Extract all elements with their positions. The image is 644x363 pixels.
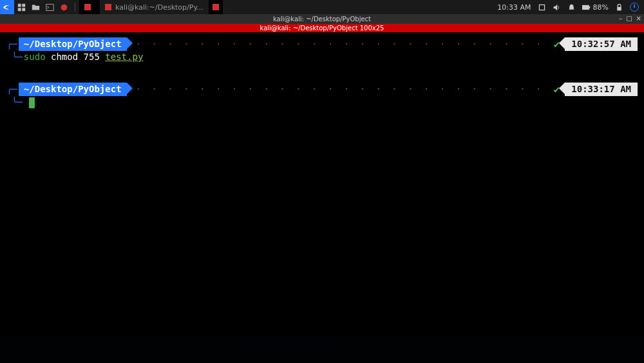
editor-icon (60, 3, 68, 12)
svg-rect-1 (22, 3, 25, 6)
svg-rect-2 (17, 8, 21, 11)
volume-icon[interactable] (553, 3, 561, 12)
prompt-time: 10:33:17 AM (565, 83, 638, 96)
terminal-title: kali@kali: ~/Desktop/PyObject (273, 15, 371, 23)
prompt-edge: ╰─ (12, 97, 24, 107)
taskbar-item-blank[interactable] (209, 0, 223, 14)
cursor (29, 97, 35, 108)
terminal-body[interactable]: ╭─~/Desktop/PyObject· · · · · · · · · · … (0, 32, 644, 335)
svg-rect-7 (582, 5, 589, 9)
prompt-path-box: ~/Desktop/PyObject (19, 37, 127, 51)
command-line[interactable]: ╰─ (6, 96, 638, 108)
notifications-icon[interactable] (567, 3, 576, 12)
terminal-icon (84, 4, 91, 10)
lock-icon[interactable] (615, 3, 623, 12)
taskbar-item-terminal-active[interactable] (79, 0, 100, 14)
svg-rect-8 (589, 6, 589, 8)
desktop-icon (17, 3, 26, 12)
text-editor-button[interactable] (57, 0, 71, 14)
terminal-launcher-button[interactable] (43, 0, 57, 14)
command-line[interactable]: ╰─sudo chmod 755 test.py (6, 51, 638, 63)
prompt-path-box: ~/Desktop/PyObject (19, 83, 127, 96)
file-manager-button[interactable] (28, 0, 43, 14)
svg-rect-4 (46, 4, 53, 10)
prompt-time: 10:32:57 AM (565, 37, 638, 51)
prompt-edge: ╰─ (12, 52, 24, 62)
prompt-row: ╭─~/Desktop/PyObject· · · · · · · · · · … (6, 83, 638, 96)
terminal-icon (105, 4, 111, 10)
minimize-button[interactable]: – (619, 15, 622, 22)
folder-icon (32, 3, 40, 12)
svg-point-5 (61, 4, 67, 10)
close-button[interactable]: × (636, 15, 641, 22)
svg-rect-3 (22, 8, 25, 11)
prompt-edge: ╭─ (6, 83, 19, 95)
system-tray: 10:33 AM 88% (497, 3, 644, 12)
svg-rect-0 (17, 3, 21, 6)
prompt-row: ╭─~/Desktop/PyObject· · · · · · · · · · … (6, 37, 638, 51)
app-menu-button[interactable] (0, 0, 14, 14)
terminal-subtitle-bar: kali@kali: ~/Desktop/PyObject 100x25 (0, 24, 644, 32)
prompt-fill: · · · · · · · · · · · · · · · · · · · · … (127, 38, 549, 50)
top-panel: kali@kali:~/Desktop/Py... 10:33 AM 88% (0, 0, 644, 14)
terminal-icon (213, 4, 219, 10)
svg-rect-6 (539, 5, 544, 10)
power-button[interactable] (630, 3, 639, 12)
taskbar-item-terminal[interactable]: kali@kali:~/Desktop/Py... (100, 0, 209, 14)
battery-icon (582, 3, 591, 12)
separator (75, 3, 75, 12)
prompt-edge: ╭─ (6, 38, 19, 50)
maximize-button[interactable]: □ (626, 15, 632, 22)
battery-percent: 88% (593, 3, 609, 12)
battery-indicator[interactable]: 88% (582, 3, 609, 12)
terminal-window: kali@kali: ~/Desktop/PyObject – □ × kali… (0, 14, 644, 335)
task-label: kali@kali:~/Desktop/Py... (115, 3, 204, 12)
kali-dragon-icon (2, 2, 12, 12)
svg-rect-9 (617, 6, 621, 10)
terminal-subtitle: kali@kali: ~/Desktop/PyObject 100x25 (260, 25, 384, 32)
terminal-titlebar[interactable]: kali@kali: ~/Desktop/PyObject – □ × (0, 14, 644, 24)
clock[interactable]: 10:33 AM (497, 3, 531, 12)
show-desktop-button[interactable] (14, 0, 28, 14)
terminal-icon (46, 3, 54, 12)
stop-icon[interactable] (538, 3, 546, 12)
quick-launch (14, 0, 71, 14)
prompt-fill: · · · · · · · · · · · · · · · · · · · · … (127, 83, 549, 95)
